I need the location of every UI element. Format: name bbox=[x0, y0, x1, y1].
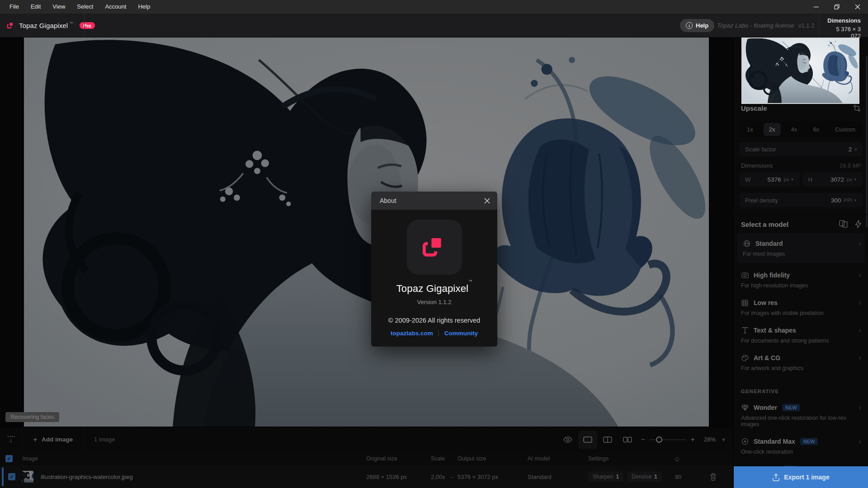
topaz-logo-icon bbox=[420, 233, 449, 262]
help-button[interactable]: i Help bbox=[680, 19, 714, 32]
app-icon-tile bbox=[407, 220, 462, 275]
version-text: v1.1.2 bbox=[798, 14, 814, 38]
about-dialog-title: About bbox=[380, 197, 396, 204]
license-text: Topaz Labs - floating license bbox=[717, 14, 794, 38]
close-icon[interactable] bbox=[847, 0, 868, 14]
menu-account[interactable]: Account bbox=[99, 0, 132, 14]
trademark: ™ bbox=[69, 21, 73, 25]
export-button[interactable]: Export 1 image bbox=[734, 466, 868, 488]
export-label: Export 1 image bbox=[784, 474, 829, 481]
header-divider-2 bbox=[819, 14, 819, 38]
export-icon bbox=[773, 474, 779, 481]
link-divider bbox=[439, 330, 439, 336]
menu-select[interactable]: Select bbox=[71, 0, 99, 14]
menu-help[interactable]: Help bbox=[132, 0, 156, 14]
about-dialog-body: Topaz Gigapixel™ Version 1.1.2 © 2009-20… bbox=[371, 210, 497, 347]
app-title: Topaz Gigapixel bbox=[19, 22, 68, 29]
topaz-logo-icon bbox=[6, 21, 15, 30]
dialog-close-button[interactable] bbox=[484, 198, 490, 204]
menu-bar: File Edit View Select Account Help bbox=[0, 0, 156, 14]
dimensions-label: Dimensions bbox=[826, 17, 861, 24]
menu-file[interactable]: File bbox=[4, 0, 25, 14]
dialog-app-name: Topaz Gigapixel™ bbox=[371, 283, 497, 295]
dimensions-readout: Dimensions 5 376 × 3 072 bbox=[826, 17, 861, 39]
info-icon: i bbox=[686, 22, 693, 29]
dimensions-value: 5 376 × 3 072 bbox=[826, 26, 861, 39]
window-controls bbox=[806, 0, 868, 14]
help-label: Help bbox=[696, 22, 708, 29]
menu-view[interactable]: View bbox=[47, 0, 71, 14]
pro-badge: Pro bbox=[80, 22, 95, 29]
menu-edit[interactable]: Edit bbox=[25, 0, 47, 14]
brand: Topaz Gigapixel™ Pro bbox=[6, 14, 95, 38]
navigator-thumbnail[interactable] bbox=[741, 38, 859, 104]
topazlabs-link[interactable]: topazlabs.com bbox=[391, 330, 433, 337]
main-area: Recovering faces ↓ + Add image 1 image bbox=[0, 38, 868, 488]
trademark: ™ bbox=[468, 279, 472, 283]
about-dialog-header: About bbox=[371, 192, 497, 210]
app-header: Topaz Gigapixel™ Pro i Help Topaz Labs -… bbox=[0, 14, 868, 38]
dialog-copyright: © 2009-2026 All rights reserved bbox=[371, 317, 497, 324]
restore-icon[interactable] bbox=[826, 0, 847, 14]
about-dialog: About Topaz Gigapixel™ Version 1.1.2 © 2… bbox=[371, 192, 497, 347]
community-link[interactable]: Community bbox=[444, 330, 478, 337]
minimize-icon[interactable] bbox=[806, 0, 826, 14]
titlebar: File Edit View Select Account Help bbox=[0, 0, 868, 14]
dialog-version: Version 1.1.2 bbox=[371, 299, 497, 305]
app-window: File Edit View Select Account Help Top bbox=[0, 0, 868, 488]
header-divider bbox=[84, 14, 85, 38]
